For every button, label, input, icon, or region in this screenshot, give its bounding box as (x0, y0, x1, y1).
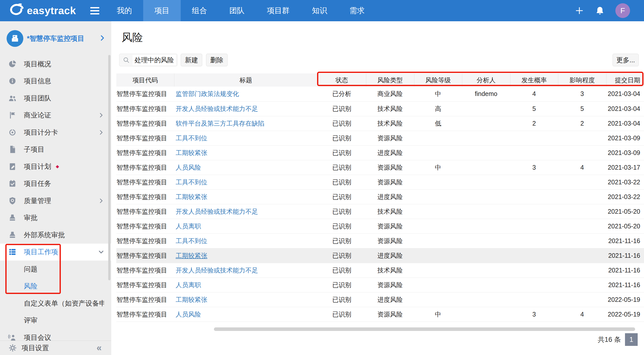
table-row[interactable]: *智慧停车监控项目工具不到位已识别资源风险2021-11-16 (116, 233, 644, 248)
nav-project[interactable]: 项目 (143, 0, 181, 21)
sidebar-item-label: 项目计划 (24, 162, 51, 171)
nav-team[interactable]: 团队 (218, 0, 256, 21)
risk-title-cell: 人员离职 (174, 219, 318, 233)
risk-title-link[interactable]: 工期较紧张 (176, 296, 207, 303)
risk-title-link[interactable]: 工具不到位 (176, 237, 207, 244)
sidebar-scrollbar-thumb[interactable] (108, 55, 111, 280)
collapse-sidebar-icon[interactable]: « (97, 343, 102, 352)
table-row[interactable]: *智慧停车监控项目工具不到位已识别资源风险2021-03-22 (116, 175, 644, 189)
sidebar-item-review[interactable]: 评审 (0, 312, 111, 329)
column-header-2[interactable]: 状态 (318, 73, 366, 87)
column-header-7[interactable]: 影响程度 (558, 73, 606, 87)
sidebar-item-project-plan[interactable]: 项目计划◆ (0, 158, 111, 175)
risk-title-link[interactable]: 开发人员经验或技术能力不足 (176, 208, 258, 215)
cell-impact: 4 (558, 160, 606, 175)
column-header-3[interactable]: 风险类型 (366, 73, 414, 87)
sidebar-footer[interactable]: 项目设置 « (0, 341, 111, 355)
table-row[interactable]: *智慧停车监控项目人员风险已识别资源风险中342022-05-19 (116, 307, 644, 322)
approval-icon (8, 231, 17, 239)
table-row[interactable]: *智慧停车监控项目人员风险已识别资源风险中342021-03-17 (116, 160, 644, 175)
risk-title-link[interactable]: 软件平台及第三方工具存在缺陷 (176, 120, 264, 127)
table-row[interactable]: *智慧停车监控项目开发人员经验或技术能力不足已识别技术风险2021-05-20 (116, 204, 644, 219)
cell-risk-type: 进度风险 (366, 248, 414, 263)
table-row[interactable]: *智慧停车监控项目工期较紧张已识别进度风险2022-05-19 (116, 292, 644, 307)
table-row[interactable]: *智慧停车监控项目软件平台及第三方工具存在缺陷已识别技术风险低222021-03… (116, 116, 644, 131)
sidebar-item-project-work-items[interactable]: 项目工作项 (0, 244, 111, 261)
sidebar-item-quality-management[interactable]: 质量管理 (0, 192, 111, 209)
nav-program[interactable]: 项目群 (256, 0, 301, 21)
project-code-cell: *智慧停车监控项目 (116, 278, 174, 292)
sidebar-item-external-approval[interactable]: 外部系统审批 (0, 226, 111, 244)
table-row[interactable]: *智慧停车监控项目监管部门政策法规变化已分析商业风险中findemo432021… (116, 87, 644, 101)
risk-title-link[interactable]: 监管部门政策法规变化 (176, 90, 239, 97)
more-button[interactable]: 更多... (613, 54, 639, 66)
risk-title-link[interactable]: 人员风险 (176, 311, 201, 318)
app-logo[interactable]: easytrack (8, 2, 76, 19)
sidebar-item-subprojects[interactable]: 子项目 (0, 141, 111, 158)
cell-risk-type: 进度风险 (366, 292, 414, 307)
risk-title-link[interactable]: 开发人员经验或技术能力不足 (176, 267, 258, 274)
risk-title-link[interactable]: 人员离职 (176, 223, 201, 230)
table-row[interactable]: *智慧停车监控项目工具不到位已识别资源风险2021-03-09 (116, 131, 644, 145)
risk-title-link[interactable]: 工具不到位 (176, 134, 207, 142)
approval-icon (8, 213, 17, 222)
cell-analyst (462, 175, 510, 189)
risk-title-link[interactable]: 人员离职 (176, 281, 201, 288)
table-row[interactable]: *智慧停车监控项目工期较紧张已识别进度风险2021-11-16 (116, 248, 644, 263)
sidebar-item-project-info[interactable]: 项目信息 (0, 73, 111, 90)
sidebar-item-approval[interactable]: 审批 (0, 209, 111, 227)
cell-analyst (462, 116, 510, 131)
user-avatar[interactable]: F (615, 3, 630, 18)
cell-submit-date: 2021-03-22 (606, 175, 644, 189)
sidebar-item-label: 问题 (24, 265, 38, 274)
menu-hamburger-icon[interactable] (90, 7, 99, 14)
nav-knowledge[interactable]: 知识 (301, 0, 338, 21)
cell-analyst: findemo (462, 87, 510, 101)
table-row[interactable]: *智慧停车监控项目开发人员经验或技术能力不足已识别技术风险2021-11-16 (116, 263, 644, 278)
column-header-0[interactable]: 项目代码 (116, 73, 174, 87)
sidebar-item-project-overview[interactable]: 项目概况 (0, 55, 111, 73)
project-switcher[interactable]: *智慧停车监控项目 (0, 21, 111, 55)
shield-icon (8, 196, 17, 205)
horizontal-scrollbar-thumb[interactable] (214, 327, 635, 331)
delete-button[interactable]: 删除 (206, 54, 228, 66)
nav-my[interactable]: 我的 (106, 0, 143, 21)
work-items-icon (8, 248, 17, 256)
column-header-1[interactable]: 标题 (174, 73, 318, 87)
risk-title-cell: 软件平台及第三方工具存在缺陷 (174, 116, 318, 131)
risk-title-link[interactable]: 工具不到位 (176, 179, 207, 186)
cell-status: 已分析 (318, 87, 366, 101)
pagination-page-1[interactable]: 1 (625, 333, 638, 346)
risk-title-link[interactable]: 工期较紧张 (176, 149, 207, 156)
new-button[interactable]: 新建 (181, 54, 202, 66)
sidebar-item-project-scorecard[interactable]: 项目计分卡 (0, 124, 111, 141)
column-header-6[interactable]: 发生概率 (510, 73, 558, 87)
cell-probability (510, 278, 558, 292)
sidebar-item-risks[interactable]: 风险 (0, 278, 111, 295)
table-row[interactable]: *智慧停车监控项目人员离职已识别资源风险2021-05-20 (116, 219, 644, 233)
risk-title-link[interactable]: 人员风险 (176, 164, 201, 171)
risk-filter-dropdown[interactable]: 处理中的风险 (119, 54, 177, 66)
nav-portfolio[interactable]: 组合 (181, 0, 218, 21)
risk-title-link[interactable]: 工期较紧张 (176, 193, 207, 200)
risk-title-link[interactable]: 工期较紧张 (176, 252, 207, 259)
column-header-8[interactable]: 提交日期 (606, 73, 644, 87)
table-row[interactable]: *智慧停车监控项目工期较紧张已识别进度风险2021-03-09 (116, 145, 644, 160)
column-header-4[interactable]: 风险等级 (414, 73, 462, 87)
cell-analyst (462, 131, 510, 145)
table-row[interactable]: *智慧停车监控项目人员离职已识别资源风险2021-11-16 (116, 278, 644, 292)
sidebar-item-business-case[interactable]: 商业论证 (0, 107, 111, 124)
risk-title-link[interactable]: 开发人员经验或技术能力不足 (176, 105, 258, 112)
sidebar-item-custom-forms[interactable]: 自定义表单（如资产设备申请） (0, 295, 111, 312)
cell-risk-type: 进度风险 (366, 145, 414, 160)
sidebar-item-issues[interactable]: 问题 (0, 261, 111, 278)
table-row[interactable]: *智慧停车监控项目开发人员经验或技术能力不足已识别技术风险高552021-03-… (116, 101, 644, 116)
nav-requirement[interactable]: 需求 (338, 0, 376, 21)
cell-risk-type: 技术风险 (366, 204, 414, 219)
sidebar-item-project-tasks[interactable]: 项目任务 (0, 175, 111, 192)
notification-bell-icon[interactable] (595, 6, 605, 15)
sidebar-item-project-team[interactable]: 项目团队 (0, 90, 111, 107)
add-icon[interactable] (574, 6, 584, 16)
column-header-5[interactable]: 分析人 (462, 73, 510, 87)
table-row[interactable]: *智慧停车监控项目工期较紧张已识别进度风险2021-03-22 (116, 189, 644, 204)
